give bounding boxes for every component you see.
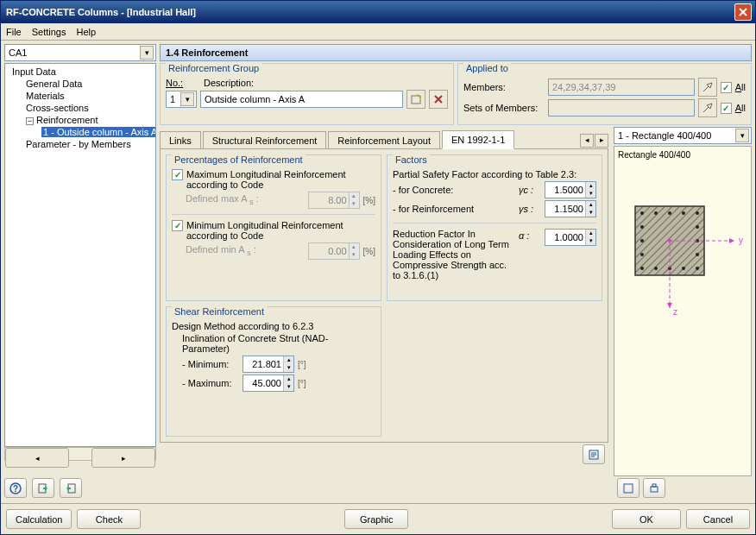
concrete-stepper[interactable]: 1.5000▴▾	[545, 181, 596, 198]
new-group-icon[interactable]	[406, 90, 425, 109]
sets-all-check[interactable]: ✓	[721, 103, 732, 114]
min-reinf-check[interactable]: ✓	[172, 220, 183, 231]
sets-all-label[interactable]: All	[735, 103, 746, 113]
desc-label: Description:	[204, 78, 254, 88]
reduction-stepper[interactable]: 1.0000▴▾	[545, 229, 596, 246]
max-defined-label: Defined max A s :	[186, 193, 259, 206]
no-label: No.:	[166, 78, 183, 88]
chevron-down-icon: ▾	[735, 129, 749, 142]
delete-group-icon[interactable]	[429, 90, 448, 109]
tree-scrollbar[interactable]: ◂ ▸	[4, 447, 156, 461]
reinf-label: - for Reinforcement	[393, 204, 515, 214]
reinf-stepper[interactable]: 1.1500▴▾	[545, 200, 596, 217]
tab-layout[interactable]: Reinforcement Layout	[328, 131, 440, 148]
svg-point-21	[640, 253, 644, 256]
tabs-scroll-right[interactable]: ▸	[595, 134, 608, 148]
svg-point-17	[682, 267, 685, 270]
shear-min-unit: [°]	[298, 360, 306, 369]
titlebar: RF-CONCRETE Columns - [Industrial Hall]	[1, 1, 755, 23]
preview-print-button[interactable]	[643, 478, 665, 498]
top-groups: Reinforcement Group No.: Description: 1 …	[160, 63, 752, 125]
no-combo[interactable]: 1 ▾	[166, 91, 197, 108]
tree-reinforcement[interactable]: −Reinforcement	[5, 114, 155, 126]
scroll-left-icon[interactable]: ◂	[5, 448, 69, 468]
tab-left-col: Percentages of Reinforcement ✓ Maximum L…	[166, 154, 381, 437]
svg-rect-31	[651, 487, 658, 492]
tree-materials[interactable]: Materials	[5, 90, 155, 102]
mid-row: Links Structural Reinforcement Reinforce…	[160, 127, 752, 500]
nav-tree[interactable]: Input Data General Data Materials Cross-…	[4, 63, 156, 447]
shear-max-stepper[interactable]: 45.000▴▾	[243, 374, 294, 392]
preview-pane: 1 - Rectangle 400/400 ▾ Rectangle 400/40…	[614, 127, 752, 500]
group-title: Reinforcement Group	[166, 63, 261, 73]
group-reinforcement-group: Reinforcement Group No.: Description: 1 …	[160, 63, 454, 125]
svg-point-11	[668, 211, 671, 215]
sets-label: Sets of Members:	[463, 103, 538, 113]
next-page-button[interactable]	[60, 478, 82, 498]
right-pane: 1.4 Reinforcement Reinforcement Group No…	[160, 44, 752, 500]
group-shear: Shear Reinforcement Design Method accord…	[166, 306, 381, 437]
members-all-check[interactable]: ✓	[721, 82, 732, 93]
perc-title: Percentages of Reinforcement	[172, 154, 306, 165]
tab-structural[interactable]: Structural Reinforcement	[203, 131, 327, 148]
content: CA1 ▾ Input Data General Data Materials …	[1, 41, 755, 503]
svg-point-13	[696, 211, 699, 215]
tree-reinf-child[interactable]: 1 - Outside column - Axis A	[5, 126, 155, 138]
tab-links[interactable]: Links	[160, 131, 201, 148]
tree-parameter[interactable]: Parameter - by Members	[5, 138, 155, 150]
svg-point-15	[654, 267, 658, 270]
shear-max-unit: [°]	[298, 379, 306, 388]
prev-page-button[interactable]	[32, 478, 54, 498]
section-combo[interactable]: 1 - Rectangle 400/400 ▾	[614, 127, 752, 144]
min-defined-stepper: 0.00▴▾	[308, 242, 360, 260]
menu-help[interactable]: Help	[76, 27, 96, 37]
check-button[interactable]: Check	[77, 509, 141, 529]
svg-point-10	[654, 211, 658, 215]
window-title: RF-CONCRETE Columns - [Industrial Hall]	[6, 7, 196, 17]
min-defined-label: Defined min A s :	[186, 244, 256, 257]
help-button[interactable]: ?	[4, 478, 27, 498]
min-reinf-label[interactable]: Minimum Longitudinal Reinforcement accor…	[186, 220, 375, 241]
graphic-button[interactable]: Graphic	[344, 509, 408, 529]
ok-button[interactable]: OK	[612, 509, 681, 529]
shear-min-label: - Minimum:	[182, 359, 239, 369]
scroll-right-icon[interactable]: ▸	[91, 448, 155, 468]
tab-en1992[interactable]: EN 1992-1-1	[442, 130, 514, 149]
tab-body: Percentages of Reinforcement ✓ Maximum L…	[160, 149, 608, 443]
section-preview: Rectangle 400/400	[614, 146, 752, 476]
calculation-button[interactable]: Calculation	[6, 509, 72, 529]
applied-title: Applied to	[463, 63, 511, 73]
case-combo[interactable]: CA1 ▾	[4, 44, 156, 61]
sets-input[interactable]	[548, 99, 695, 116]
cancel-button[interactable]: Cancel	[686, 509, 750, 529]
max-reinf-check[interactable]: ✓	[172, 169, 183, 180]
members-input[interactable]: 24,29,34,37,39	[548, 79, 695, 96]
max-defined-stepper: 8.00▴▾	[308, 192, 360, 209]
svg-text:?: ?	[13, 484, 18, 494]
max-unit: [%]	[363, 196, 375, 205]
preview-info-button[interactable]	[617, 478, 639, 498]
description-input[interactable]: Outside column - Axis A	[200, 91, 403, 108]
pick-sets-icon[interactable]	[698, 98, 717, 117]
close-button[interactable]	[734, 3, 752, 21]
pick-members-icon[interactable]	[698, 78, 717, 97]
shear-min-stepper[interactable]: 21.801▴▾	[243, 356, 294, 373]
min-unit: [%]	[363, 247, 375, 256]
max-reinf-label[interactable]: Maximum Longitudinal Reinforcement accor…	[186, 169, 375, 190]
tree-cross[interactable]: Cross-sections	[5, 102, 155, 114]
tree-root[interactable]: Input Data	[5, 66, 155, 78]
tree-general[interactable]: General Data	[5, 78, 155, 90]
reduction-label: Reduction Factor In Consideration of Lon…	[393, 229, 515, 280]
reduction-symbol: α :	[519, 229, 541, 241]
members-all-label[interactable]: All	[735, 82, 746, 92]
menubar: File Settings Help	[1, 23, 755, 41]
details-button[interactable]	[583, 444, 605, 464]
tabs-scroll-left[interactable]: ◂	[580, 134, 594, 148]
svg-point-18	[696, 267, 699, 270]
menu-file[interactable]: File	[6, 27, 22, 37]
menu-settings[interactable]: Settings	[32, 27, 66, 37]
collapse-icon: −	[26, 117, 34, 125]
tabs: Links Structural Reinforcement Reinforce…	[160, 130, 608, 149]
svg-text:z: z	[673, 307, 677, 317]
svg-rect-32	[652, 484, 656, 487]
